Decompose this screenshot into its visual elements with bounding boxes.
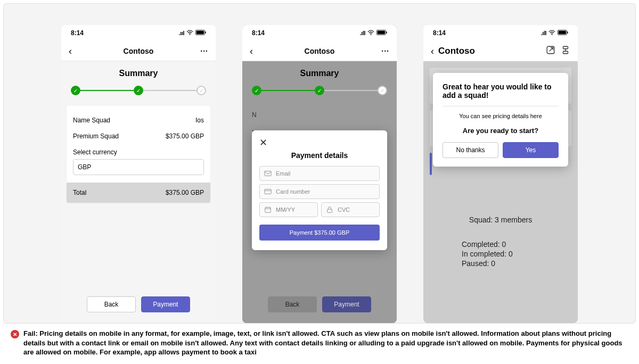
currency-input[interactable]	[73, 159, 204, 175]
app-menu-icon[interactable]	[561, 45, 570, 57]
total-label: Total	[73, 189, 86, 196]
pay-button[interactable]: Payment $375.00 GBP	[259, 225, 380, 241]
total-row: Total $375.00 GBP	[67, 183, 210, 203]
total-value: $375.00 GBP	[166, 189, 204, 196]
popup-subtext: You can see pricing details here	[443, 113, 559, 119]
card-icon	[264, 188, 272, 195]
progress-stepper: ✓ ✓ ✓	[242, 84, 397, 106]
name-label: Name Squad	[73, 117, 110, 124]
button-row: Back Payment	[61, 286, 216, 323]
button-row: Back Payment	[242, 286, 397, 323]
yes-button[interactable]: Yes	[503, 142, 559, 158]
wifi-icon	[548, 29, 555, 37]
status-time: 8:14	[433, 29, 446, 37]
examples-frame: 8:14 .ııl ‹ Contoso ··· Summary	[3, 3, 636, 324]
svg-rect-2	[196, 31, 204, 35]
step-line-1	[261, 90, 315, 91]
open-external-icon[interactable]	[546, 45, 555, 57]
confirm-popup: Great to hear you would like to add a sq…	[433, 73, 568, 167]
battery-icon	[376, 30, 387, 36]
svg-point-16	[552, 34, 552, 35]
canvas: 8:14 .ııl ‹ Contoso ··· Summary	[0, 0, 639, 364]
step-1-icon: ✓	[71, 86, 80, 95]
premium-value: $375.00 GBP	[166, 133, 204, 140]
signal-icon: .ııl	[179, 30, 184, 36]
email-placeholder: Email	[276, 170, 291, 177]
close-icon[interactable]: ✕	[259, 137, 267, 148]
back-icon[interactable]: ‹	[69, 46, 72, 56]
step-3-icon: ✓	[196, 86, 206, 95]
svg-point-0	[190, 34, 190, 35]
step-line-2	[324, 90, 378, 91]
section-title: Summary	[61, 61, 216, 84]
popup-heading: Great to hear you would like to add a sq…	[443, 82, 559, 100]
premium-label: Premium Squad	[73, 133, 119, 140]
back-button[interactable]: Back	[87, 296, 136, 312]
row-name: Name Squad Ios	[73, 112, 204, 128]
popup-buttons: No thanks Yes	[443, 142, 559, 158]
mail-icon	[264, 170, 272, 177]
svg-point-4	[371, 34, 371, 35]
svg-rect-21	[563, 46, 568, 49]
wifi-icon	[186, 29, 193, 37]
step-line-2	[143, 90, 196, 91]
modal-title: Payment details	[259, 151, 380, 160]
name-value: Ios	[195, 117, 204, 124]
status-bar: 8:14 .ıll	[423, 25, 578, 41]
phone-body: Summary ✓ ✓ ✓ N F S Back Payment	[242, 61, 397, 323]
battery-icon	[558, 30, 568, 36]
step-2-icon: ✓	[315, 86, 324, 95]
progress-stepper: ✓ ✓ ✓	[61, 84, 216, 106]
row-premium: Premium Squad $375.00 GBP	[73, 128, 204, 144]
svg-rect-7	[386, 31, 387, 34]
bg-row-n: N	[252, 106, 387, 124]
nav-title: Contoso	[438, 46, 475, 56]
popup-question: Are you ready to start?	[443, 127, 559, 135]
lock-icon	[326, 206, 333, 213]
svg-rect-19	[567, 31, 568, 34]
svg-rect-18	[559, 31, 566, 35]
back-icon[interactable]: ‹	[431, 46, 434, 56]
cvc-field[interactable]: CVC	[321, 202, 380, 217]
svg-rect-6	[378, 31, 385, 35]
battery-icon	[195, 30, 206, 36]
card-placeholder: Card number	[276, 188, 310, 195]
popup-divider	[443, 106, 559, 106]
back-button[interactable]: Back	[268, 296, 317, 312]
signal-icon: .ıll	[360, 30, 365, 36]
svg-rect-8	[265, 171, 271, 176]
status-bar: 8:14 .ııl	[61, 25, 216, 41]
step-1-icon: ✓	[252, 86, 261, 95]
payment-button[interactable]: Payment	[141, 296, 190, 312]
cvc-placeholder: CVC	[338, 206, 350, 213]
svg-rect-11	[265, 208, 271, 213]
fail-message: ✕ Fail: Pricing details on mobile in any…	[11, 329, 628, 357]
no-thanks-button[interactable]: No thanks	[443, 142, 498, 158]
payment-button[interactable]: Payment	[322, 296, 371, 312]
svg-rect-22	[563, 51, 568, 54]
accent-bar	[430, 153, 432, 175]
squad-info: Squad: 3 members Completed: 0 In complet…	[439, 216, 562, 269]
payment-modal: ✕ Payment details Email Card number MM/Y…	[252, 130, 387, 250]
completed-count: Completed: 0	[462, 240, 562, 249]
nav-bar: ‹ Contoso ···	[61, 41, 216, 61]
card-field[interactable]: Card number	[259, 184, 380, 199]
more-icon[interactable]: ···	[200, 47, 208, 55]
currency-label: Select currency	[73, 144, 204, 159]
fail-icon: ✕	[11, 330, 19, 338]
expiry-field[interactable]: MM/YY	[259, 202, 318, 217]
nav-bar: ‹ Contoso ···	[242, 41, 397, 61]
back-icon[interactable]: ‹	[250, 46, 253, 56]
signal-icon: .ıll	[541, 30, 546, 36]
email-field[interactable]: Email	[259, 166, 380, 181]
more-icon[interactable]: ···	[381, 47, 389, 55]
summary-card: Name Squad Ios Premium Squad $375.00 GBP…	[67, 106, 210, 203]
squad-members: Squad: 3 members	[439, 216, 562, 224]
status-time: 8:14	[252, 29, 265, 37]
phone-body: Summary ✓ ✓ ✓ Name Squad Ios Premium Squ…	[61, 61, 216, 323]
status-icons: .ıll	[541, 29, 568, 37]
status-icons: .ıll	[360, 29, 387, 37]
wifi-icon	[367, 29, 374, 37]
status-bar: 8:14 .ıll	[242, 25, 397, 41]
phone-payment-modal: 8:14 .ıll ‹ Contoso ··· Summary	[242, 25, 397, 323]
